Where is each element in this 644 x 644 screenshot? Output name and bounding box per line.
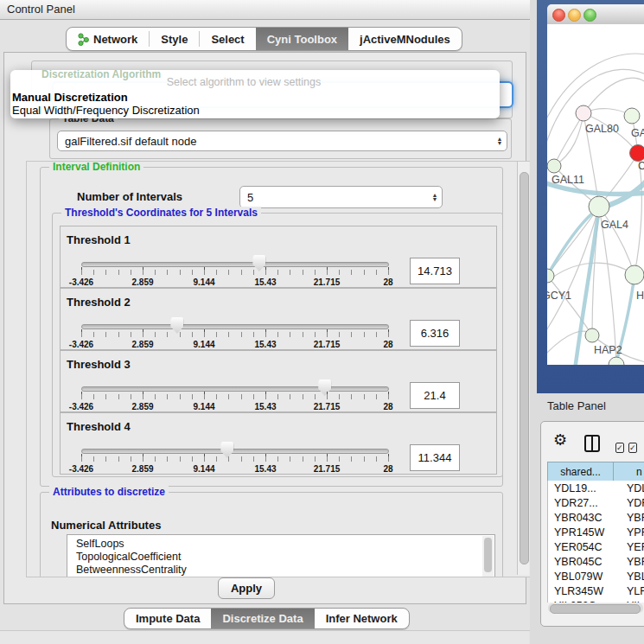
checkbox-icon[interactable]: ✓ xyxy=(615,438,624,454)
threshold-4-slider[interactable]: -3.426 2.859 9.144 15.43 21.715 28 xyxy=(81,441,389,475)
table-row[interactable]: YLR345WYLR3 xyxy=(548,583,644,598)
node-label: C xyxy=(638,160,644,172)
attributes-group: Attributes to discretize Numerical Attri… xyxy=(40,492,503,577)
table-data-group: Table Data galFiltered.sif default node … xyxy=(49,118,512,159)
tab-network-label: Network xyxy=(93,33,137,46)
threshold-3-slider[interactable]: -3.426 2.859 9.144 15.43 21.715 28 xyxy=(81,379,389,413)
table-row[interactable]: YBR045CYBR0 xyxy=(548,554,644,569)
number-of-intervals-label: Number of Intervals xyxy=(77,190,182,203)
numerical-attributes-list[interactable]: SelfLoops TopologicalCoefficient Between… xyxy=(67,534,495,577)
slider-scale-labels: -3.426 2.859 9.144 15.43 21.715 28 xyxy=(81,464,388,475)
threshold-2-value-field[interactable]: 6.316 xyxy=(410,320,460,347)
node-label: GA xyxy=(631,127,644,139)
network-window-titlebar[interactable] xyxy=(547,4,644,25)
network-node[interactable] xyxy=(630,145,644,162)
node-label: H xyxy=(636,290,644,302)
combo-stepper-icon[interactable]: ▲▼ xyxy=(493,137,507,145)
cyni-bottom-tabbar: Impute Data Discretize Data Infer Networ… xyxy=(124,608,410,629)
apply-button[interactable]: Apply xyxy=(218,577,275,599)
list-item[interactable]: SelfLoops xyxy=(67,538,494,551)
table-horizontal-scrollbar[interactable] xyxy=(548,603,643,613)
threshold-1-slider[interactable]: -3.426 2.859 9.144 15.43 21.715 28 xyxy=(81,254,389,289)
table-panel-title: Table Panel xyxy=(547,399,606,412)
threshold-4-label: Threshold 4 xyxy=(67,420,131,433)
threshold-2-slider[interactable]: -3.426 2.859 9.144 15.43 21.715 28 xyxy=(81,316,389,351)
threshold-4-value-field[interactable]: 11.344 xyxy=(410,444,460,471)
gear-icon[interactable]: ⚙ xyxy=(553,432,567,448)
slider-minor-ticks xyxy=(81,270,389,275)
slider-minor-ticks xyxy=(81,456,389,462)
numerical-attributes-label: Numerical Attributes xyxy=(51,519,161,532)
threshold-coordinates-title: Threshold's Coordinates for 5 Intervals xyxy=(61,207,261,219)
table-data-value: galFiltered.sif default node xyxy=(58,135,493,148)
node-label: GAL80 xyxy=(585,123,619,135)
settings-scrollpane: Interval Definition Number of Intervals … xyxy=(26,161,531,577)
table-row[interactable]: YPR145WYPR1 xyxy=(548,525,644,539)
control-panel-title: Control Panel xyxy=(7,3,75,16)
threshold-3-box: Threshold 3 -3.426 2.859 9.144 15.43 21.… xyxy=(60,350,497,412)
column-header-name[interactable]: n xyxy=(613,462,644,481)
network-node[interactable] xyxy=(625,265,644,284)
zoom-traffic-light-icon[interactable] xyxy=(583,9,596,22)
slider-scale-labels: -3.426 2.859 9.144 15.43 21.715 28 xyxy=(81,340,388,350)
list-item[interactable]: BetweennessCentrality xyxy=(67,564,494,577)
tab-cyni-toolbox[interactable]: Cyni Toolbox xyxy=(256,28,348,50)
number-of-intervals-combobox[interactable]: 5 ▲▼ xyxy=(239,186,443,208)
threshold-2-box: Threshold 2 -3.426 2.859 9.144 15.43 21.… xyxy=(60,288,497,350)
minimize-traffic-light-icon[interactable] xyxy=(568,9,581,22)
table-row[interactable]: YER054CYER0 xyxy=(548,539,644,554)
threshold-4-box: Threshold 4 -3.426 2.859 9.144 15.43 21.… xyxy=(60,412,497,475)
threshold-1-value-field[interactable]: 14.713 xyxy=(410,258,460,284)
node-label: GAL11 xyxy=(552,174,584,186)
settings-vertical-scrollbar[interactable] xyxy=(517,162,529,575)
scrollbar-thumb[interactable] xyxy=(520,172,529,564)
network-node[interactable] xyxy=(547,269,554,283)
network-node[interactable] xyxy=(609,357,624,365)
interval-definition-group: Interval Definition Number of Intervals … xyxy=(40,167,503,487)
tab-select[interactable]: Select xyxy=(200,28,255,50)
table-row[interactable]: YIL052CYIL0 xyxy=(548,598,644,603)
table-row[interactable]: YBR043CYBR0 xyxy=(548,510,644,525)
slider-minor-ticks xyxy=(81,394,389,399)
checkbox-icon[interactable]: ✓ xyxy=(628,438,637,454)
tab-network[interactable]: Network xyxy=(67,28,149,50)
table-row[interactable]: YBL079WYBL0 xyxy=(548,569,644,583)
menu-item-manual-discretization[interactable]: Manual Discretization xyxy=(12,91,128,104)
tab-impute-data[interactable]: Impute Data xyxy=(124,609,211,628)
node-label: GAL4 xyxy=(601,219,628,231)
threshold-3-value-field[interactable]: 21.4 xyxy=(410,382,460,409)
network-node[interactable] xyxy=(624,108,640,124)
menu-item-equal-width-frequency[interactable]: Equal Width/Frequency Discretization xyxy=(12,104,200,117)
combo-stepper-icon[interactable]: ▲▼ xyxy=(428,193,442,201)
interval-definition-title: Interval Definition xyxy=(49,161,143,173)
tab-style[interactable]: Style xyxy=(150,28,199,50)
tab-discretize-data[interactable]: Discretize Data xyxy=(211,609,314,628)
threshold-2-label: Threshold 2 xyxy=(67,296,131,309)
attributes-group-title: Attributes to discretize xyxy=(49,486,169,498)
control-panel-tabbar: Network Style Select Cyni Toolbox jActiv… xyxy=(66,27,462,51)
network-canvas-svg: GAL80GACGAL11GAL4GCY1HHAP2 xyxy=(547,24,644,365)
network-node[interactable] xyxy=(589,196,609,217)
close-traffic-light-icon[interactable] xyxy=(552,9,565,22)
network-node[interactable] xyxy=(585,328,599,342)
network-node[interactable] xyxy=(576,105,591,121)
tab-jactivemnodules[interactable]: jActiveMNodules xyxy=(348,28,462,50)
threshold-1-label: Threshold 1 xyxy=(67,233,131,246)
table-row[interactable]: YDL19...YDL1 xyxy=(548,481,644,495)
slider-scale-labels: -3.426 2.859 9.144 15.43 21.715 28 xyxy=(81,277,388,288)
network-canvas[interactable]: GAL80GACGAL11GAL4GCY1HHAP2 xyxy=(547,24,644,365)
table-row[interactable]: YDR27...YDR2 xyxy=(548,495,644,510)
table-rows[interactable]: YDL19...YDL1 YDR27...YDR2 YBR043CYBR0 YP… xyxy=(547,481,644,603)
slider-minor-ticks xyxy=(81,332,389,337)
tab-infer-network[interactable]: Infer Network xyxy=(315,609,409,628)
network-node[interactable] xyxy=(547,159,561,173)
column-layout-icon[interactable] xyxy=(584,435,600,452)
slider-scale-labels: -3.426 2.859 9.144 15.43 21.715 28 xyxy=(81,402,388,412)
list-scrollbar[interactable] xyxy=(482,536,494,577)
algorithm-hint-text: Select algorithm to view settings xyxy=(10,76,477,88)
threshold-1-box: Threshold 1 -3.426 2.859 9.144 15.43 21.… xyxy=(60,226,497,288)
column-header-shared[interactable]: shared... xyxy=(547,462,614,481)
scrollbar-thumb[interactable] xyxy=(550,604,641,614)
list-item[interactable]: TopologicalCoefficient xyxy=(67,551,494,564)
table-data-combobox[interactable]: galFiltered.sif default node ▲▼ xyxy=(57,131,507,151)
